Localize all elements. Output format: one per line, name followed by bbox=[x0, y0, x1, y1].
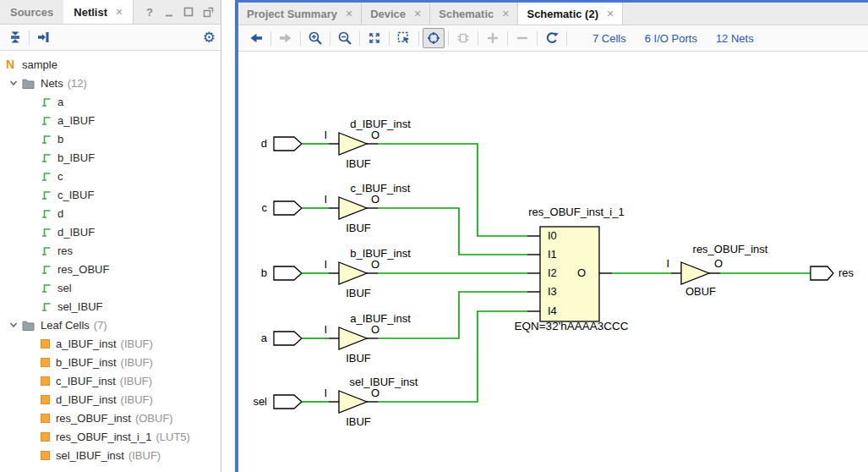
tab-device[interactable]: Device × bbox=[362, 3, 430, 25]
instance-type: IBUF bbox=[346, 157, 371, 170]
pin-name-i1: I1 bbox=[548, 248, 557, 261]
tree-item-res-obuf-inst-i-1[interactable]: res_OBUF_inst_i_1(LUT5) bbox=[0, 427, 221, 446]
instance-b-ibuf[interactable] bbox=[339, 262, 367, 284]
lut-equation: EQN=32'hAAAA3CCC bbox=[514, 320, 628, 332]
tree-item-b-ibuf[interactable]: b_IBUF bbox=[0, 148, 221, 167]
pin-name-o: O bbox=[371, 193, 379, 206]
zoom-selection-button[interactable] bbox=[393, 28, 415, 48]
gear-icon[interactable]: ⚙ bbox=[203, 30, 216, 45]
instance-res-obuf[interactable] bbox=[681, 262, 709, 284]
tree-item-type: (IBUF) bbox=[121, 338, 153, 350]
close-icon[interactable]: × bbox=[346, 8, 352, 19]
tab-schematic[interactable]: Schematic × bbox=[430, 3, 518, 25]
stat-nets: 12 Nets bbox=[716, 32, 754, 45]
schematic-row-sel: sel I O sel_IBUF_inst IBUF bbox=[253, 311, 527, 428]
pin-name-i: I bbox=[324, 193, 327, 206]
zoom-selection-icon bbox=[396, 30, 412, 46]
input-port-sel[interactable] bbox=[274, 395, 302, 409]
tree-item-d-ibuf-inst[interactable]: d_IBUF_inst(IBUF) bbox=[0, 390, 221, 409]
schematic-canvas: d I O d_IBUF_inst IBUF c I bbox=[242, 54, 868, 472]
zoom-fit-button[interactable] bbox=[363, 28, 385, 48]
instance-d-ibuf[interactable] bbox=[339, 133, 367, 155]
pin-name-o: O bbox=[371, 129, 379, 141]
schematic-toolbar: 7 Cells 6 I/O Ports 12 Nets bbox=[238, 25, 868, 52]
tree-item-label: res_OBUF bbox=[57, 263, 109, 276]
instance-name: c_IBUF_inst bbox=[351, 182, 411, 195]
schematic-row-d: d I O d_IBUF_inst IBUF bbox=[261, 118, 527, 236]
instance-c-ibuf[interactable] bbox=[339, 197, 367, 219]
forward-button[interactable] bbox=[275, 28, 297, 48]
zoom-out-button[interactable] bbox=[334, 28, 356, 48]
tree-item-count: (7) bbox=[94, 319, 107, 332]
port-label-b: b bbox=[261, 266, 267, 279]
pin-name-i: I bbox=[324, 323, 327, 336]
back-button[interactable] bbox=[245, 28, 267, 48]
tree-item-nets[interactable]: Nets(12) bbox=[0, 74, 221, 92]
add-cell-button[interactable] bbox=[452, 28, 474, 48]
tree-item-b-ibuf-inst[interactable]: b_IBUF_inst(IBUF) bbox=[0, 353, 221, 371]
tree-item-c[interactable]: c bbox=[0, 167, 221, 185]
output-port-res[interactable] bbox=[811, 266, 833, 280]
tab-project-summary[interactable]: Project Summary × bbox=[238, 3, 362, 25]
tree-item-d-ibuf[interactable]: d_IBUF bbox=[0, 222, 221, 241]
maximize-icon[interactable] bbox=[183, 6, 194, 18]
instance-a-ibuf[interactable] bbox=[339, 327, 367, 349]
autofit-selection-button[interactable] bbox=[423, 28, 445, 48]
expand-cone-button[interactable] bbox=[482, 28, 504, 48]
instance-type: IBUF bbox=[346, 352, 371, 365]
input-port-c[interactable] bbox=[274, 201, 302, 215]
zoom-in-button[interactable] bbox=[304, 28, 326, 48]
pin-name-i: I bbox=[324, 387, 327, 399]
net-icon bbox=[41, 96, 52, 107]
close-icon[interactable]: × bbox=[607, 8, 614, 19]
instance-sel-ibuf[interactable] bbox=[339, 391, 367, 413]
tab-netlist[interactable]: Netlist × bbox=[63, 0, 134, 24]
close-icon[interactable]: × bbox=[116, 6, 123, 18]
tree-item-a[interactable]: a bbox=[0, 92, 221, 111]
collapse-all-button[interactable] bbox=[5, 27, 25, 47]
input-port-b[interactable] bbox=[274, 266, 302, 280]
tree-item-sel-ibuf[interactable]: sel_IBUF bbox=[0, 297, 221, 316]
tree-item-leaf-cells[interactable]: Leaf Cells(7) bbox=[0, 316, 221, 334]
tree-item-sel-ibuf-inst[interactable]: sel_IBUF_inst(IBUF) bbox=[0, 446, 221, 464]
port-label-d: d bbox=[261, 137, 267, 150]
net-icon bbox=[41, 245, 52, 256]
tree-item-sel[interactable]: sel bbox=[0, 278, 221, 297]
tree-item-sample[interactable]: Nsample bbox=[0, 55, 221, 74]
tab-schematic-2[interactable]: Schematic (2) × bbox=[518, 3, 623, 25]
panel-window-controls: ? bbox=[144, 0, 221, 24]
chevron-down-icon[interactable] bbox=[8, 320, 19, 330]
instance-name: sel_IBUF_inst bbox=[350, 376, 418, 388]
collapse-cone-button[interactable] bbox=[511, 28, 533, 48]
tree-item-d[interactable]: d bbox=[0, 204, 221, 222]
tree-item-a-ibuf[interactable]: a_IBUF bbox=[0, 111, 221, 129]
minimize-icon[interactable] bbox=[163, 6, 175, 18]
tree-item-b[interactable]: b bbox=[0, 129, 221, 148]
tree-item-res[interactable]: res bbox=[0, 241, 221, 260]
close-icon[interactable]: × bbox=[414, 8, 421, 19]
pin-name-i4: I4 bbox=[548, 305, 557, 317]
schematic-canvas-area[interactable]: d I O d_IBUF_inst IBUF c I bbox=[242, 54, 868, 472]
help-icon[interactable]: ? bbox=[144, 6, 156, 18]
panel-splitter[interactable] bbox=[222, 0, 235, 472]
toolbar-separator bbox=[478, 31, 478, 46]
tree-item-label: sel_IBUF_inst bbox=[56, 449, 124, 462]
tree-item-a-ibuf-inst[interactable]: a_IBUF_inst(IBUF) bbox=[0, 334, 221, 353]
tab-sources[interactable]: Sources bbox=[0, 0, 63, 24]
input-port-d[interactable] bbox=[274, 137, 302, 151]
tree-item-res-obuf[interactable]: res_OBUF bbox=[0, 260, 221, 278]
regenerate-button[interactable] bbox=[541, 28, 563, 48]
chevron-down-icon[interactable] bbox=[8, 78, 19, 88]
pin-name-o: O bbox=[371, 323, 379, 336]
input-port-a[interactable] bbox=[274, 332, 302, 345]
net-icon bbox=[41, 171, 52, 182]
toolbar-separator bbox=[566, 31, 567, 46]
close-icon[interactable]: × bbox=[502, 8, 509, 19]
tree-item-c-ibuf[interactable]: c_IBUF bbox=[0, 185, 221, 204]
tree-item-label: b_IBUF_inst bbox=[56, 356, 117, 369]
toolbar-separator bbox=[29, 30, 30, 45]
scroll-to-selected-button[interactable] bbox=[33, 27, 53, 47]
float-icon[interactable] bbox=[202, 6, 214, 18]
tree-item-res-obuf-inst[interactable]: res_OBUF_inst(OBUF) bbox=[0, 409, 221, 427]
tree-item-c-ibuf-inst[interactable]: c_IBUF_inst(IBUF) bbox=[0, 371, 221, 390]
